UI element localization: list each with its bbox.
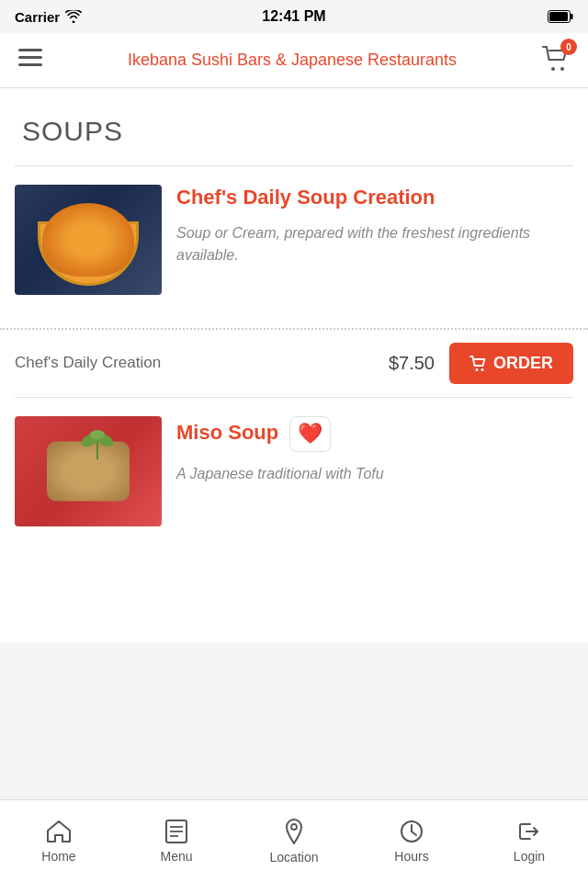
order-button-soup1[interactable]: ORDER	[449, 343, 573, 384]
status-bar: Carrier 12:41 PM	[0, 0, 588, 33]
login-icon	[517, 820, 541, 843]
soup1-description: Soup or Cream, prepared with the freshes…	[176, 222, 573, 266]
soup1-info: Chef's Daily Soup Creation Soup or Cream…	[176, 185, 573, 295]
menu-button[interactable]	[15, 45, 46, 76]
miso-info: Miso Soup ❤️ A Japanese traditional with…	[176, 416, 573, 526]
menu-nav-icon	[165, 820, 187, 843]
svg-point-18	[291, 824, 297, 830]
menu-item-soup1: Chef's Daily Soup Creation Soup or Cream…	[0, 166, 588, 328]
bottom-nav: Home Menu Location	[0, 799, 588, 882]
app-header: Ikebana Sushi Bars & Japanese Restaurant…	[0, 33, 588, 88]
svg-point-13	[90, 430, 105, 439]
nav-location[interactable]: Location	[235, 800, 353, 882]
miso-image	[15, 416, 162, 526]
miso-plant	[79, 427, 97, 455]
order-row-soup1: Chef's Daily Creation $7.50 ORDER	[0, 328, 588, 397]
svg-point-8	[475, 368, 478, 371]
nav-login[interactable]: Login	[470, 800, 588, 882]
status-time: 12:41 PM	[262, 8, 325, 25]
section-header: SOUPS	[0, 88, 588, 165]
svg-point-9	[481, 368, 483, 371]
nav-menu[interactable]: Menu	[118, 800, 235, 882]
cart-badge: 0	[560, 39, 577, 55]
cart-button[interactable]: 0	[538, 42, 573, 78]
order-item-name-soup1: Chef's Daily Creation	[15, 353, 161, 373]
wifi-icon	[65, 10, 82, 23]
section-title: SOUPS	[22, 116, 566, 147]
miso-description: A Japanese traditional with Tofu	[176, 463, 573, 485]
cart-small-icon	[469, 356, 486, 372]
nav-hours-label: Hours	[394, 849, 428, 864]
nav-hours[interactable]: Hours	[353, 800, 470, 882]
nav-location-label: Location	[270, 850, 319, 865]
nav-login-label: Login	[514, 849, 545, 864]
nav-menu-label: Menu	[160, 849, 192, 864]
hamburger-icon	[18, 49, 42, 67]
soup1-image	[15, 185, 162, 295]
hours-icon	[400, 820, 424, 843]
battery-icon	[548, 10, 573, 23]
svg-rect-2	[571, 14, 573, 19]
item-top-miso: Miso Soup ❤️ A Japanese traditional with…	[15, 416, 573, 526]
svg-point-6	[551, 67, 555, 71]
svg-rect-3	[18, 49, 42, 51]
menu-item-miso: Miso Soup ❤️ A Japanese traditional with…	[0, 398, 588, 560]
heart-badge: ❤️	[289, 416, 331, 452]
item-price-soup1: $7.50	[389, 353, 435, 374]
carrier-label: Carrier	[15, 9, 82, 25]
location-icon	[284, 819, 304, 844]
restaurant-name: Ikebana Sushi Bars & Japanese Restaurant…	[55, 51, 529, 70]
home-icon	[46, 820, 72, 843]
order-right-soup1: $7.50 ORDER	[389, 343, 573, 384]
nav-home-label: Home	[41, 849, 75, 864]
svg-rect-4	[18, 56, 42, 59]
soup1-name: Chef's Daily Soup Creation	[176, 185, 573, 211]
svg-line-21	[412, 831, 416, 835]
battery-indicator	[548, 10, 573, 23]
svg-rect-5	[18, 63, 42, 66]
nav-home[interactable]: Home	[0, 800, 118, 882]
svg-point-7	[560, 67, 564, 71]
main-content: SOUPS Chef's Daily Soup Creation Soup or…	[0, 88, 588, 642]
item-top-soup1: Chef's Daily Soup Creation Soup or Cream…	[15, 185, 573, 295]
soup1-bowl	[38, 221, 139, 286]
miso-name: Miso Soup ❤️	[176, 416, 573, 452]
svg-rect-1	[549, 12, 568, 21]
